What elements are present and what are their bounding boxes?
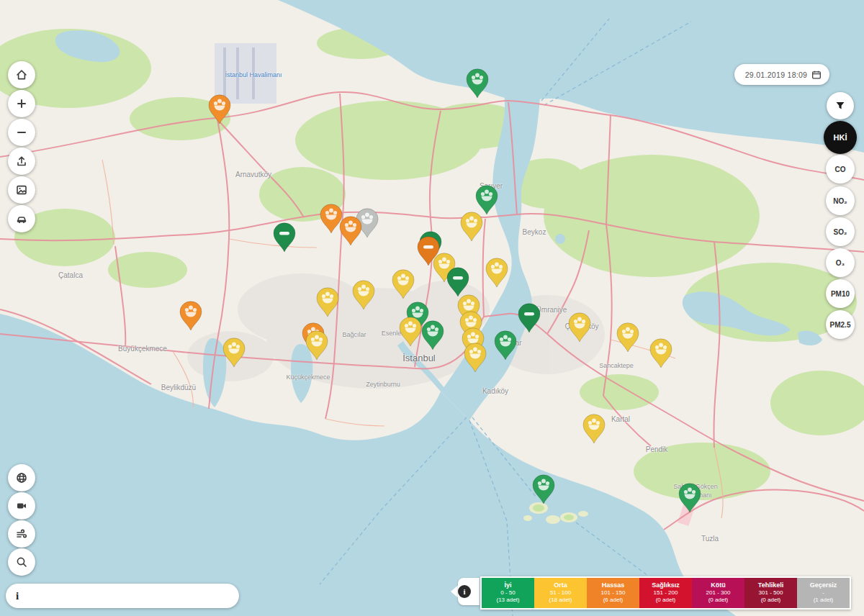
calendar-icon xyxy=(811,69,822,81)
pin-icon xyxy=(494,330,517,361)
search-button[interactable] xyxy=(8,548,35,576)
pollutant-button-co[interactable]: CO xyxy=(826,155,855,184)
station-marker-moderate[interactable] xyxy=(316,287,339,317)
station-marker-moderate[interactable] xyxy=(305,330,328,361)
pollutant-button-no[interactable]: NO₂ xyxy=(826,186,855,215)
legend-segment: İyi 0 - 50 (13 adet) xyxy=(482,578,534,608)
legend-segment: Tehlikeli 301 - 500 (0 adet) xyxy=(744,578,797,608)
globe-button[interactable] xyxy=(8,464,35,492)
station-marker-sensitive[interactable] xyxy=(179,301,202,331)
station-marker-moderate[interactable] xyxy=(568,312,591,343)
traffic-button[interactable] xyxy=(8,205,35,232)
station-marker-moderate[interactable] xyxy=(392,269,415,299)
info-icon: i xyxy=(16,590,19,602)
pollutant-button-so[interactable]: SO₂ xyxy=(826,217,855,246)
pollutant-button-hki[interactable]: HKİ xyxy=(824,121,857,154)
pin-icon xyxy=(678,483,701,513)
pin-icon xyxy=(352,280,375,310)
wind-button[interactable] xyxy=(8,520,35,548)
aqi-legend: İyi 0 - 50 (13 adet) Orta 51 - 100 (18 a… xyxy=(480,576,851,610)
filter-button[interactable] xyxy=(827,92,854,119)
pin-icon xyxy=(421,320,444,350)
legend-collapse-tab[interactable]: i xyxy=(451,578,480,605)
station-marker-good[interactable] xyxy=(273,222,296,253)
camera-button[interactable] xyxy=(8,492,35,520)
air-quality-map-app: { "datetime": { "value": "29.01.2019 18:… xyxy=(0,0,864,616)
station-marker-moderate[interactable] xyxy=(352,280,375,310)
pin-icon xyxy=(392,269,415,299)
pin-icon xyxy=(475,185,498,215)
legend-segment: Hassas 101 - 150 (6 adet) xyxy=(587,578,639,608)
station-marker-moderate[interactable] xyxy=(399,317,422,347)
station-marker-moderate[interactable] xyxy=(616,322,639,353)
home-button[interactable] xyxy=(8,61,35,89)
station-marker-moderate[interactable] xyxy=(485,258,508,288)
station-marker-moderate[interactable] xyxy=(464,343,487,373)
pin-icon xyxy=(208,94,231,124)
pollutant-button-pm10[interactable]: PM10 xyxy=(826,279,855,308)
station-marker-sensitive[interactable] xyxy=(339,216,362,246)
pin-icon xyxy=(568,312,591,343)
station-marker-moderate[interactable] xyxy=(460,212,483,242)
pin-icon xyxy=(339,216,362,246)
pollutant-button-o[interactable]: O₃ xyxy=(826,248,855,277)
pin-icon xyxy=(649,338,672,368)
search-bar[interactable]: i xyxy=(6,584,239,608)
legend-segment: Orta 51 - 100 (18 adet) xyxy=(534,578,587,608)
station-marker-moderate[interactable] xyxy=(222,338,246,368)
station-marker-good[interactable] xyxy=(518,303,541,333)
legend-segment: Geçersiz - (1 adet) xyxy=(797,578,850,608)
search-input[interactable] xyxy=(27,590,229,602)
station-marker-good[interactable] xyxy=(494,330,517,361)
basemap-button[interactable] xyxy=(8,176,35,204)
pin-icon xyxy=(460,212,483,242)
legend-segment: Sağlıksız 151 - 200 (0 adet) xyxy=(639,578,692,608)
legend-segment: Kötü 201 - 300 (0 adet) xyxy=(692,578,744,608)
pin-icon xyxy=(316,287,339,317)
pin-icon xyxy=(222,338,246,368)
pin-icon xyxy=(485,258,508,288)
datetime-value: 29.01.2019 18:09 xyxy=(742,71,811,79)
station-marker-good[interactable] xyxy=(446,267,469,297)
station-marker-sensitive[interactable] xyxy=(208,94,231,124)
station-markers xyxy=(0,0,864,616)
pin-icon xyxy=(518,303,541,333)
station-marker-moderate[interactable] xyxy=(649,338,672,368)
pin-icon xyxy=(179,301,202,331)
pin-icon xyxy=(532,474,555,504)
station-marker-good[interactable] xyxy=(466,68,489,99)
station-marker-good[interactable] xyxy=(475,185,498,215)
pin-icon xyxy=(582,414,606,444)
legend-info-icon: i xyxy=(458,585,471,598)
pin-icon xyxy=(446,267,469,297)
pollutant-button-pm25[interactable]: PM2.5 xyxy=(826,310,855,339)
share-button[interactable] xyxy=(8,148,35,175)
pin-icon xyxy=(273,222,296,253)
zoom-in-button[interactable] xyxy=(8,90,35,117)
pin-icon xyxy=(305,330,328,361)
station-marker-good[interactable] xyxy=(421,320,444,350)
zoom-out-button[interactable] xyxy=(8,119,35,146)
station-marker-good[interactable] xyxy=(678,483,701,513)
pin-icon xyxy=(466,68,489,99)
station-marker-moderate[interactable] xyxy=(582,414,606,444)
station-marker-good[interactable] xyxy=(532,474,555,504)
datetime-picker[interactable]: 29.01.2019 18:09 xyxy=(734,64,829,85)
pin-icon xyxy=(464,343,487,373)
pin-icon xyxy=(399,317,422,347)
pin-icon xyxy=(616,322,639,353)
